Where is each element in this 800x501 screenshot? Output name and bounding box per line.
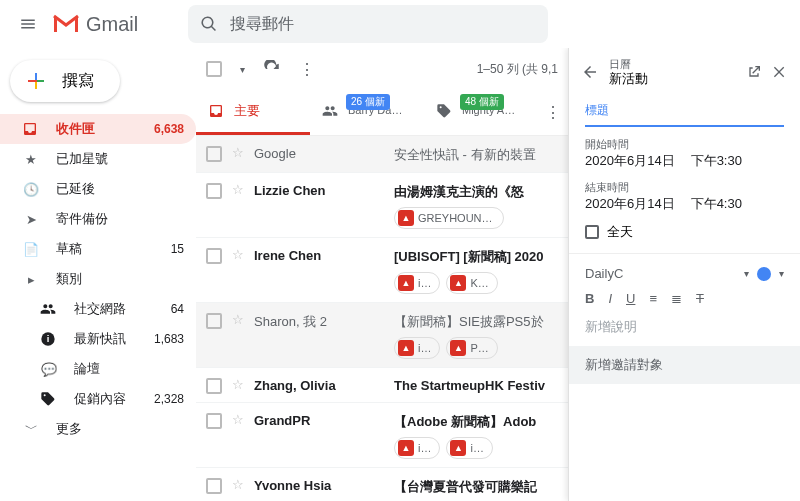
send-icon: ➤ [22, 212, 40, 227]
tab[interactable]: 26 個新Barry Da… [310, 90, 424, 135]
attachment-chip[interactable]: ▲P… [446, 337, 497, 359]
back-icon[interactable] [581, 63, 599, 81]
nav-item-inbox[interactable]: 收件匣6,638 [0, 114, 196, 144]
hamburger-menu[interactable] [8, 4, 48, 44]
nav-item-label[interactable]: ▸類別 [0, 264, 196, 294]
sender: GrandPR [254, 411, 384, 428]
row-checkbox[interactable] [206, 313, 222, 329]
image-icon: ▲ [398, 210, 414, 226]
italic-button[interactable]: I [608, 291, 612, 306]
refresh-icon[interactable] [263, 60, 281, 78]
nav-item-send[interactable]: ➤寄件備份 [0, 204, 196, 234]
add-guests-field[interactable]: 新增邀請對象 [569, 346, 800, 384]
star-icon[interactable]: ☆ [232, 312, 244, 327]
start-date[interactable]: 2020年6月14日 [585, 152, 675, 170]
clock-icon: 🕓 [22, 182, 40, 197]
tabs-overflow[interactable]: ⋮ [538, 90, 568, 135]
event-title-field[interactable]: 標題 [585, 102, 784, 127]
chip-label: K… [470, 277, 488, 289]
end-date[interactable]: 2020年6月14日 [585, 195, 675, 213]
numbered-list-button[interactable]: ≡ [649, 291, 657, 306]
attachment-chip[interactable]: ▲i… [394, 437, 440, 459]
subject: [UBISOFT] [新聞稿] 2020 [394, 246, 558, 266]
email-row[interactable]: ☆Lizzie Chen由湯姆漢克主演的《怒▲GREYHOUND_0… [196, 173, 568, 238]
more-menu-icon[interactable]: ⋮ [299, 60, 315, 79]
underline-button[interactable]: U [626, 291, 635, 306]
nav-sub-item[interactable]: i最新快訊1,683 [0, 324, 196, 354]
email-row[interactable]: ☆Zhang, OliviaThe StartmeupHK Festiv [196, 368, 568, 403]
nav-count: 15 [171, 242, 184, 256]
sidebar: 撰寫 收件匣6,638★已加星號🕓已延後➤寄件備份📄草稿15▸類別 社交網路64… [0, 48, 196, 501]
row-checkbox[interactable] [206, 378, 222, 394]
nav-item-clock[interactable]: 🕓已延後 [0, 174, 196, 204]
attachment-chip[interactable]: ▲K… [446, 272, 497, 294]
nav-label: 最新快訊 [74, 330, 126, 348]
logo-text: Gmail [86, 13, 138, 36]
chip-label: i… [470, 442, 483, 454]
nav-item-star[interactable]: ★已加星號 [0, 144, 196, 174]
chevron-down-icon[interactable]: ▾ [744, 268, 749, 279]
nav-sub-item[interactable]: 社交網路64 [0, 294, 196, 324]
row-checkbox[interactable] [206, 248, 222, 264]
attachment-chip[interactable]: ▲i… [394, 337, 440, 359]
dropdown-caret-icon[interactable]: ▾ [240, 64, 245, 75]
nav-label: 促銷內容 [74, 390, 126, 408]
attachment-chip[interactable]: ▲GREYHOUND_0… [394, 207, 504, 229]
chip-label: i… [418, 342, 431, 354]
star-icon: ★ [22, 152, 40, 167]
nav-sub-item[interactable]: 💬論壇 [0, 354, 196, 384]
row-checkbox[interactable] [206, 478, 222, 494]
tab[interactable]: 48 個新Mighty A… [424, 90, 538, 135]
calendar-panel: 日曆 新活動 標題 開始時間 2020年6月14日 下午3:30 結束時間 [568, 48, 800, 501]
chevron-down-icon[interactable]: ▾ [779, 268, 784, 279]
main-content: ▾ ⋮ 1–50 列 (共 9,1 主要26 個新Barry Da…48 個新M… [196, 48, 568, 501]
row-checkbox[interactable] [206, 413, 222, 429]
compose-button[interactable]: 撰寫 [10, 60, 120, 102]
sender: Irene Chen [254, 246, 384, 263]
description-field[interactable]: 新增說明 [585, 316, 784, 336]
close-icon[interactable] [772, 64, 788, 80]
sender: Yvonne Hsia [254, 476, 384, 493]
select-all-checkbox[interactable] [206, 61, 222, 77]
chip-label: i… [418, 277, 431, 289]
gmail-logo: Gmail [52, 13, 138, 36]
inbox-icon [208, 103, 224, 119]
start-time-label: 開始時間 [585, 137, 784, 152]
tab-badge: 48 個新 [460, 94, 504, 110]
nav-more[interactable]: ﹀ 更多 [0, 414, 196, 444]
star-icon[interactable]: ☆ [232, 145, 244, 160]
attachment-chip[interactable]: ▲i… [446, 437, 492, 459]
row-checkbox[interactable] [206, 146, 222, 162]
nav-label: 草稿 [56, 240, 82, 258]
star-icon[interactable]: ☆ [232, 182, 244, 197]
nav-sub-item[interactable]: 促銷內容2,328 [0, 384, 196, 414]
more-label: 更多 [56, 420, 82, 438]
email-row[interactable]: ☆Irene Chen[UBISOFT] [新聞稿] 2020▲i…▲K… [196, 238, 568, 303]
image-icon: ▲ [398, 340, 414, 356]
open-external-icon[interactable] [746, 64, 762, 80]
end-time[interactable]: 下午4:30 [691, 195, 742, 213]
nav-count: 6,638 [154, 122, 184, 136]
start-time[interactable]: 下午3:30 [691, 152, 742, 170]
tab[interactable]: 主要 [196, 90, 310, 135]
attachment-chip[interactable]: ▲i… [394, 272, 440, 294]
bold-button[interactable]: B [585, 291, 594, 306]
allday-checkbox[interactable]: 全天 [585, 223, 784, 241]
row-checkbox[interactable] [206, 183, 222, 199]
calendar-select[interactable]: DailyC [585, 266, 736, 281]
format-toolbar: B I U ≡ ≣ T [585, 291, 784, 306]
nav-item-file[interactable]: 📄草稿15 [0, 234, 196, 264]
email-row[interactable]: ☆Yvonne Hsia【台灣夏普代發可購樂記 [196, 468, 568, 501]
star-icon[interactable]: ☆ [232, 477, 244, 492]
category-tabs: 主要26 個新Barry Da…48 個新Mighty A…⋮ [196, 90, 568, 136]
color-dot[interactable] [757, 267, 771, 281]
search-box[interactable]: 搜尋郵件 [188, 5, 548, 43]
email-row[interactable]: ☆Sharon, 我 2【新聞稿】SIE披露PS5於▲i…▲P… [196, 303, 568, 368]
bullet-list-button[interactable]: ≣ [671, 291, 682, 306]
email-row[interactable]: ☆GrandPR【Adobe 新聞稿】Adob▲i…▲i… [196, 403, 568, 468]
clear-format-button[interactable]: T [696, 291, 704, 306]
email-row[interactable]: ☆Google安全性快訊 - 有新的裝置 [196, 136, 568, 173]
star-icon[interactable]: ☆ [232, 412, 244, 427]
star-icon[interactable]: ☆ [232, 247, 244, 262]
star-icon[interactable]: ☆ [232, 377, 244, 392]
